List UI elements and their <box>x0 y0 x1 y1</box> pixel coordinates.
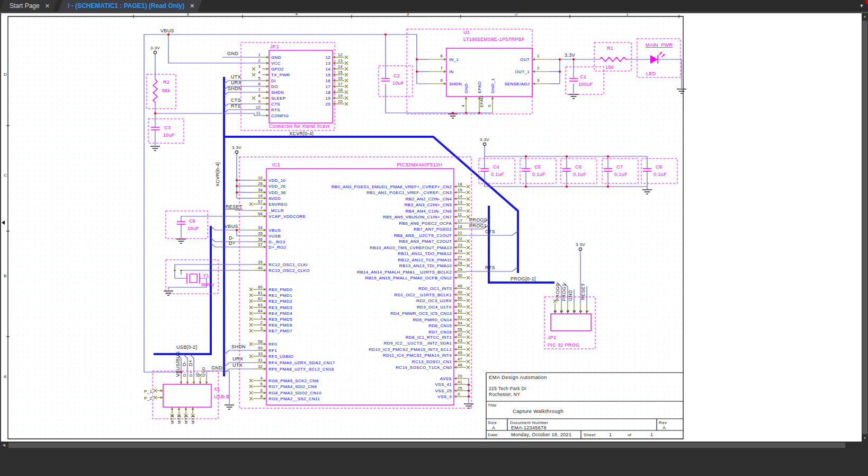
power-net-label[interactable]: 3.3V <box>576 242 585 247</box>
part-number: LT1965EMS8E-1P5TRPBF <box>463 37 525 42</box>
pin-number: 4 <box>258 70 261 75</box>
net-label[interactable]: RESET <box>580 283 586 300</box>
pin-name: RD4_PMWR_OC5_IC5_CN13 <box>390 311 452 316</box>
pin-name: _MCLR <box>268 208 284 213</box>
junction-dot <box>525 155 527 157</box>
pin-number: 2 <box>537 66 540 70</box>
pin-name: GPO2 <box>271 67 284 72</box>
net-label[interactable]: MAIN_PWR <box>646 42 673 48</box>
close-icon[interactable]: ✕ <box>45 3 50 10</box>
net-label[interactable]: URX <box>232 356 243 362</box>
refdes: C6 <box>575 164 581 170</box>
pin-number: 29 <box>458 267 462 272</box>
pin-name: RB6_AN6_PGEC2_OCFA <box>399 221 452 226</box>
scroll-up-icon[interactable]: ▲ <box>862 13 868 20</box>
net-label[interactable]: D- <box>182 361 187 366</box>
horizontal-scroll-thumb[interactable] <box>8 443 845 448</box>
size-value: A <box>492 425 495 430</box>
pin-name: EPAD <box>477 81 482 93</box>
pin-name: RG6_PMA5_SCK2_CN8 <box>269 378 319 383</box>
pin-name: RE7_PMD7 <box>269 329 292 333</box>
horizontal-scrollbar[interactable]: ◀ ▶ <box>0 442 862 449</box>
pin-number: 52 <box>458 308 462 313</box>
pin-number: 18 <box>458 224 462 229</box>
pin-name: 16 <box>325 78 330 83</box>
power-net-label[interactable]: 3.3V <box>150 46 160 50</box>
net-label[interactable]: SHDN <box>228 86 242 91</box>
net-label[interactable]: PROG0 <box>555 284 560 301</box>
field-label: Sheet <box>584 433 596 437</box>
pin-name: RB15_AN15_PMALL_PMA0_OCFB_CN12 <box>365 276 452 280</box>
net-label[interactable]: VBUS <box>160 28 174 33</box>
pin-name: CONFIG <box>271 113 289 118</box>
net-label[interactable]: D+ <box>188 360 193 366</box>
net-label[interactable]: RTS <box>231 103 241 109</box>
pin-name: MT2 <box>184 415 189 424</box>
net-label[interactable]: RESET <box>226 204 243 209</box>
part-description: PIC 32 PROG <box>548 342 579 348</box>
pin-name: P_2 <box>144 396 152 401</box>
junction-dot <box>566 186 568 188</box>
close-icon[interactable]: ✕ <box>190 3 194 10</box>
net-label[interactable]: UTX <box>231 74 241 80</box>
pin-name: RE2_PMD2 <box>269 299 292 304</box>
net-label[interactable]: XCVR[0-4] <box>215 162 220 187</box>
pin-number: 46 <box>458 284 462 288</box>
net-label[interactable]: RTS <box>485 265 495 270</box>
net-label[interactable]: URX <box>231 80 241 85</box>
net-label[interactable]: D- <box>229 235 234 241</box>
refdes: R2 <box>163 80 169 85</box>
corner-marker <box>865 0 868 4</box>
junction-dot <box>236 229 238 231</box>
pin-name: RB13_AN13_TDI_PMA10 <box>399 263 452 268</box>
net-label[interactable]: XCVR[0-4] <box>289 131 314 136</box>
net-label[interactable]: USB[0-2] <box>176 345 197 350</box>
net-label[interactable]: PROG1 <box>469 223 487 228</box>
net-label[interactable]: PROG0 <box>469 217 487 223</box>
pin-number: 5 <box>258 76 261 81</box>
value: 10uF <box>187 226 199 231</box>
sheet-total: 1 <box>650 432 653 437</box>
net-label[interactable]: GND <box>227 51 238 56</box>
power-net-label[interactable]: 3.3V <box>232 145 241 150</box>
scroll-left-icon[interactable]: ◀ <box>0 442 7 449</box>
schematic-page[interactable]: 54321DCBA3.3V3.3V3.3V3.3VVBUSGNDUTXURXSH… <box>1 13 862 442</box>
net-label[interactable]: UTX <box>232 363 243 368</box>
net-label[interactable]: GND <box>211 365 222 371</box>
pin-number: 59 <box>258 346 263 350</box>
net-label[interactable]: VBUS/BUS <box>175 351 181 377</box>
pin-number: 37 <box>258 242 263 247</box>
pin-number: 14 <box>338 64 343 69</box>
junction-dot <box>167 33 169 36</box>
net-label[interactable]: PROG[0-1] <box>511 276 536 281</box>
net-label[interactable]: GND <box>568 290 573 301</box>
pin-name: RD7_CN16 <box>428 330 452 334</box>
tab-schematic-page1[interactable]: / - (SCHEMATIC1 : PAGE1) (Read Only) ✕ <box>58 0 202 12</box>
net-label[interactable]: D+ <box>229 241 235 246</box>
net-label[interactable]: 3.3V <box>565 52 575 58</box>
scroll-down-icon[interactable]: ▼ <box>862 435 868 442</box>
net-label[interactable]: CTS <box>231 98 241 103</box>
net-label[interactable]: SHDN <box>231 344 246 349</box>
tab-label: Start Page <box>10 2 40 10</box>
net-label[interactable]: PROG1 <box>561 284 567 301</box>
pin-name: RD3_OC4_U1TX <box>417 305 452 310</box>
pin-name: IN <box>449 69 454 74</box>
pin-name: GND_1 <box>490 78 495 93</box>
net-label[interactable]: VBUS <box>225 224 238 229</box>
rev-value: A <box>663 425 666 430</box>
pin-name: ENVREG <box>269 202 288 207</box>
pin-name: CTS <box>271 102 280 107</box>
vertical-scroll-thumb[interactable] <box>862 21 867 434</box>
pin-number: 42 <box>458 332 462 337</box>
net-label[interactable]: CTS <box>485 229 495 234</box>
pin-number: 12 <box>458 206 462 211</box>
zone-number: 2 <box>515 13 518 16</box>
field-label: Title <box>488 403 497 408</box>
vertical-scrollbar[interactable]: ▲ ▼ <box>862 13 868 442</box>
schematic-canvas[interactable]: 54321DCBA3.3V3.3V3.3V3.3VVBUSGNDUTXURXSH… <box>0 13 862 442</box>
tab-start-page[interactable]: Start Page ✕ <box>0 0 57 12</box>
refdes: C2 <box>393 73 400 78</box>
refdes: C9 <box>189 218 195 224</box>
power-net-label[interactable]: 3.3V <box>480 137 489 142</box>
